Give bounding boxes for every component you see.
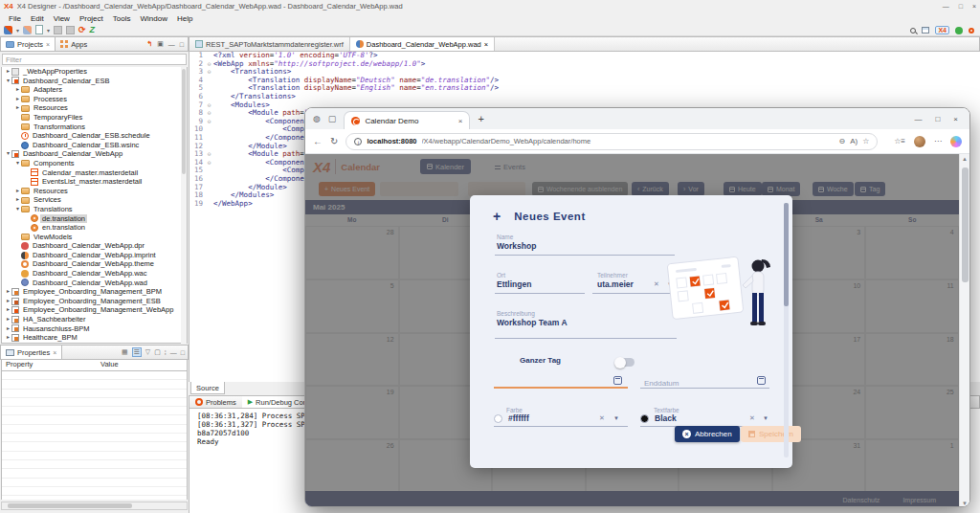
save-icon[interactable] (54, 26, 62, 34)
maximize-icon[interactable]: □ (959, 3, 963, 10)
new-wizard-icon[interactable]: ▣ (157, 40, 164, 48)
refresh-icon[interactable]: ↻ (330, 136, 338, 146)
favorite-star-icon[interactable]: ☆ (862, 137, 869, 145)
profile-avatar[interactable] (914, 136, 925, 147)
copilot-icon[interactable] (950, 136, 962, 147)
new-dropdown-icon[interactable]: ▾ (47, 27, 50, 33)
menu-file[interactable]: File (4, 14, 26, 23)
expand-icon[interactable]: ▸ (5, 287, 11, 297)
tab-properties[interactable]: Properties × (1, 346, 62, 359)
expand-icon[interactable]: ▾ (5, 77, 11, 86)
expand-icon[interactable]: ▸ (5, 333, 11, 343)
tree-item-Hausanschluss-BPM[interactable]: ▸Hausanschluss-BPM (2, 324, 187, 334)
read-aloud-icon[interactable]: A) (850, 137, 858, 145)
property-row[interactable] (2, 415, 187, 424)
url-field[interactable]: i localhost:8080 /X4/webapp/CalendarDemo… (345, 133, 878, 150)
property-row[interactable] (2, 487, 187, 496)
expand-icon[interactable]: ▸ (14, 187, 21, 196)
property-row[interactable] (2, 425, 187, 434)
fold-icon[interactable]: ⊖ (205, 118, 213, 126)
fold-icon[interactable]: ⊖ (205, 60, 213, 69)
fold-icon[interactable]: ⊖ (205, 109, 213, 118)
close-icon[interactable]: × (953, 115, 958, 123)
close-tab-icon[interactable]: × (458, 117, 463, 125)
tab-apps[interactable]: Apps (56, 37, 92, 51)
expand-icon[interactable]: ▾ (14, 205, 21, 214)
menu-view[interactable]: View (49, 14, 75, 23)
dialog-scrollbar[interactable] (784, 203, 789, 457)
unlink-icon[interactable] (23, 26, 32, 34)
menu-dots-icon[interactable]: ⁞ (165, 349, 167, 356)
property-row[interactable] (2, 371, 187, 380)
source-tab[interactable]: Source (190, 382, 225, 394)
expand-icon[interactable]: ▸ (14, 85, 21, 95)
tree-item-Healthcare_BPM[interactable]: ▸Healthcare_BPM (2, 333, 187, 343)
close-icon[interactable]: × (972, 3, 976, 10)
page-scrollbar[interactable]: ▲ ▼ (959, 154, 969, 507)
tab-problems[interactable]: Problems (189, 396, 242, 408)
tree-item-Dashboard_Calendar_WebApp[interactable]: ▾Dashboard_Calendar_WebApp (2, 149, 187, 159)
fold-icon[interactable]: ⊖ (205, 150, 213, 159)
tree-item-Calendar_master.masterdetail[interactable]: Calendar_master.masterdetail (2, 168, 187, 178)
collections-icon[interactable]: ☆≡ (894, 137, 905, 145)
expand-icon[interactable]: ▸ (14, 103, 21, 113)
pin-icon[interactable]: ▦ (122, 348, 128, 356)
tree-item-Resources[interactable]: ▸Resources (2, 187, 187, 196)
fold-icon[interactable]: ⊖ (205, 159, 213, 167)
menu-window[interactable]: Window (135, 14, 171, 23)
tree-item-Transformations[interactable]: Transformations (2, 123, 187, 132)
perspective-orange-icon[interactable] (969, 28, 974, 33)
expand-icon[interactable]: ▸ (5, 315, 11, 324)
scroll-up-icon[interactable]: ▲ (960, 156, 969, 162)
cancel-button[interactable]: × Abbrechen (675, 426, 740, 442)
tree-item-Adapters[interactable]: ▸Adapters (2, 85, 187, 95)
link-icon[interactable] (4, 26, 12, 34)
tree-item-Dashboard_Calendar_WebApp.wac[interactable]: Dashboard_Calendar_WebApp.wac (2, 269, 187, 279)
minimize-panel-icon[interactable]: — (170, 349, 177, 356)
tree-item-en.translation[interactable]: en.translation (2, 223, 187, 233)
menu-tools[interactable]: Tools (108, 14, 136, 23)
tree-item-Processes[interactable]: ▸Processes (2, 95, 187, 104)
expand-icon[interactable]: ▸ (5, 67, 11, 77)
expand-icon[interactable]: ▸ (14, 195, 21, 205)
property-row[interactable] (2, 442, 187, 451)
tab-rest-wrf[interactable]: REST_SAPToMarktstammdatenregister.wrf (189, 37, 350, 51)
tree-item-TemporaryFiles[interactable]: TemporaryFiles (2, 113, 187, 123)
new-tab-icon[interactable]: + (478, 113, 483, 124)
minimize-icon[interactable]: — (943, 3, 949, 10)
filter-icon[interactable]: ▽ (145, 348, 150, 356)
expand-icon[interactable]: ▸ (5, 324, 11, 334)
code-line-2[interactable]: 2⊖<WebApp xmlns="http://softproject.de/w… (189, 60, 980, 69)
tree-item-HA_Sachbearbeiter[interactable]: ▸HA_Sachbearbeiter (2, 315, 187, 324)
new-document-icon[interactable] (35, 25, 43, 34)
minimize-icon[interactable]: — (914, 115, 922, 123)
save-all-icon[interactable] (66, 26, 75, 34)
search-icon[interactable] (910, 28, 916, 33)
zoom-out-icon[interactable]: ⊖ (839, 137, 846, 145)
properties-hscrollbar[interactable] (1, 502, 188, 510)
ganzer-tag-toggle[interactable] (615, 358, 635, 367)
tree-scrollbar[interactable] (181, 67, 187, 344)
tree-item-ViewModels[interactable]: ViewModels (2, 233, 187, 242)
menu-help[interactable]: Help (172, 14, 197, 23)
tree-item-Dashboard_Calendar_ESB.schedule[interactable]: Dashboard_Calendar_ESB.schedule (2, 131, 187, 141)
property-row[interactable] (2, 479, 187, 487)
perspective-green-icon[interactable] (955, 27, 963, 34)
menu-edit[interactable]: Edit (26, 14, 49, 23)
workspaces-icon[interactable]: ◍ (313, 114, 321, 123)
tree-item-Dashboard_Calendar_WebApp.imprint[interactable]: Dashboard_Calendar_WebApp.imprint (2, 251, 187, 260)
tree-mode-icon[interactable]: ☰ (132, 347, 142, 357)
site-info-icon[interactable]: i (354, 138, 362, 145)
tree-item-Employee_Onboarding_Management_WebApp[interactable]: ▸Employee_Onboarding_Management_WebApp (2, 305, 187, 315)
tree-item-Dashboard_Calendar_ESB[interactable]: ▾Dashboard_Calendar_ESB (2, 77, 187, 86)
link-editor-icon[interactable]: ↰ (146, 40, 152, 48)
tree-item-EventsList_master.masterdetail[interactable]: EventsList_master.masterdetail (2, 177, 187, 187)
property-row[interactable] (2, 380, 187, 389)
tree-item-Employee_Onboarding_Management_BPM[interactable]: ▸Employee_Onboarding_Management_BPM (2, 287, 187, 297)
tree-item-Dashboard_Calendar_ESB.wsinc[interactable]: Dashboard_Calendar_ESB.wsinc (2, 141, 187, 150)
settings-menu-icon[interactable]: ⋯ (934, 137, 942, 145)
expand-icon[interactable]: ▸ (14, 95, 21, 104)
property-row[interactable] (2, 390, 187, 398)
tab-webapp-wad[interactable]: Dashboard_Calendar_WebApp.wad × (350, 37, 495, 51)
tree-item-Components[interactable]: ▾Components (2, 159, 187, 168)
